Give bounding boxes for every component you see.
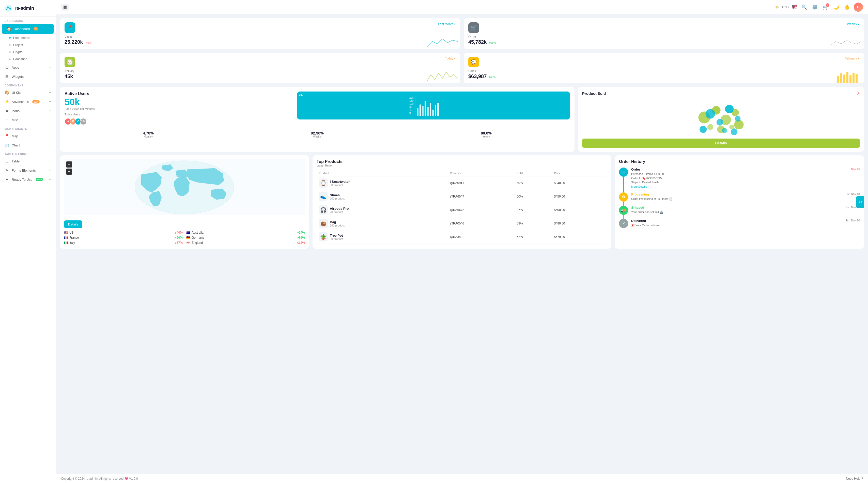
expand-icon[interactable]: + xyxy=(49,134,51,138)
col-voucher: Voucher xyxy=(448,170,515,176)
product-name: Airpods Pro xyxy=(330,207,349,210)
price-cell: $579.00 xyxy=(552,230,607,244)
sales-period[interactable]: February ▾ xyxy=(845,57,859,60)
map-icon: 📍 xyxy=(5,134,9,138)
sold-cell: 52% xyxy=(515,230,552,244)
product-sold-arrow[interactable]: ↗ xyxy=(857,91,860,96)
user-avatar[interactable]: U xyxy=(854,3,863,12)
weather-temp: 26 °C xyxy=(780,5,789,9)
search-button[interactable]: 🔍 xyxy=(800,3,808,11)
sidebar-item-label: Forms Elements xyxy=(12,169,36,172)
map-zoom-in[interactable]: + xyxy=(66,161,72,168)
au-stat-yearly: 80.0% Yearly xyxy=(402,131,570,138)
product-sold-details-button[interactable]: Details xyxy=(582,139,860,148)
expand-icon[interactable]: + xyxy=(49,159,51,163)
sidebar-item-advance-ui[interactable]: ⚡ Advance UI 12+ + xyxy=(0,97,56,106)
section-label-dashboard: DASHBOARD xyxy=(0,17,56,23)
visits-period[interactable]: Last Month ▾ xyxy=(438,22,456,26)
sidebar-item-ready-to-use[interactable]: ✦ Ready To Use New + xyxy=(0,175,56,184)
oh-processing-date: Est. Nov 18 xyxy=(845,192,860,195)
expand-icon[interactable]: + xyxy=(49,90,51,95)
visits-value: 25,220k xyxy=(65,39,83,45)
order-period[interactable]: Weekly ▾ xyxy=(847,22,859,26)
sidebar-item-chart[interactable]: 📊 Chart + xyxy=(0,141,56,150)
cart-button[interactable]: 🛒 4 xyxy=(822,3,829,11)
table-row: ⌚ I Smartwatch 50 product @RA0911 60% $3… xyxy=(317,176,607,190)
users-bar-chart: 200 200 160 120 80 40 0 xyxy=(297,92,570,119)
oh-processing-content: Processing Est. Nov 18 Order Processing … xyxy=(631,192,860,202)
voucher-cell: @RA340 xyxy=(448,230,515,244)
dot-icon xyxy=(9,58,11,60)
expand-icon[interactable]: + xyxy=(49,99,51,104)
map-details-button[interactable]: Details xyxy=(64,220,82,228)
active-users-card: Active Users 50k Page Views per Minutes … xyxy=(60,87,575,152)
sold-cell: 50% xyxy=(515,190,552,203)
sidebar-item-dashboard[interactable]: 🏠 Dashboard 4 − xyxy=(2,24,54,34)
svg-text:80: 80 xyxy=(409,105,412,108)
flag-us: 🇺🇸 xyxy=(64,231,68,234)
product-img-bag: 👜 xyxy=(319,219,328,228)
sidebar-item-ecommerce[interactable]: Ecommerce xyxy=(0,34,56,41)
svg-rect-15 xyxy=(417,108,418,116)
order-value: 45,782k xyxy=(468,39,487,45)
flag-fr: 🇫🇷 xyxy=(64,236,68,239)
oh-shipped-content: Shipped Est. Nov 18 Your order has set s… xyxy=(631,206,860,215)
footer-help[interactable]: Need Help ? xyxy=(846,477,863,480)
moon-button[interactable]: 🌙 xyxy=(832,3,840,11)
products-table: Product Voucher Sold Price ⌚ xyxy=(317,170,607,244)
map-card: + − xyxy=(60,155,309,249)
product-name: Shoes xyxy=(330,193,345,197)
svg-rect-5 xyxy=(849,75,851,83)
svg-point-33 xyxy=(717,119,723,126)
oh-shipped-icon: 🚚 xyxy=(619,206,628,215)
grid-button[interactable] xyxy=(61,4,69,11)
sidebar-item-widgets[interactable]: ⊞ Widgets xyxy=(0,72,56,81)
expand-icon[interactable]: + xyxy=(49,109,51,113)
sidebar-item-map[interactable]: 📍 Map + xyxy=(0,131,56,141)
sales-title: Sales xyxy=(468,69,859,73)
collapse-icon[interactable]: − xyxy=(46,26,49,32)
expand-icon[interactable]: + xyxy=(49,168,51,173)
order-card: 🛒 Weekly ▾ Order 45,782k +65% xyxy=(464,18,864,49)
sidebar-item-misc[interactable]: ⊙ Misc xyxy=(0,115,56,125)
map-zoom-out[interactable]: − xyxy=(66,169,72,175)
settings-button[interactable]: ⚙️ xyxy=(811,3,819,11)
sidebar-sub-label: Project xyxy=(13,43,23,47)
expand-icon[interactable]: + xyxy=(49,177,51,182)
sidebar-item-crypto[interactable]: Crypto xyxy=(0,49,56,56)
oh-order-link[interactable]: More Details → xyxy=(631,185,650,188)
order-change: +65% xyxy=(489,41,496,44)
flag-en: 🏴󠁧󠁢󠁥󠁮󠁧󠁿 xyxy=(186,241,190,245)
country-italy: 🇮🇹 Italy ↘57% xyxy=(64,241,183,245)
sales-value: $63,987 xyxy=(468,73,487,79)
expand-icon[interactable]: + xyxy=(49,65,51,70)
country-england: 🏴󠁧󠁢󠁥󠁮󠁧󠁿 England ↘12% xyxy=(186,241,305,245)
sidebar-item-icons[interactable]: ★ Icons + xyxy=(0,106,56,115)
oh-item-delivered: ✓ Delivered Est. Nov 20 🎉 Your Order del… xyxy=(619,219,860,228)
sidebar-item-project[interactable]: Project xyxy=(0,41,56,49)
sidebar-item-ui-kits[interactable]: 🎨 UI Kits + xyxy=(0,88,56,97)
sidebar-item-apps[interactable]: ⬡ Apps + xyxy=(0,63,56,72)
sidebar-item-forms[interactable]: ✎ Forms Elements + xyxy=(0,166,56,175)
sidebar-item-education[interactable]: Education xyxy=(0,56,56,63)
svg-text:0: 0 xyxy=(409,112,411,114)
product-name: Bag xyxy=(330,220,345,224)
product-cell: 👟 Shoes 200 product xyxy=(317,190,448,203)
price-cell: $480.00 xyxy=(552,217,607,230)
visits-change: -45% xyxy=(85,41,91,44)
visits-sparkline xyxy=(427,36,458,49)
logo-icon xyxy=(5,4,13,12)
country-name-au: Australia xyxy=(192,231,204,234)
price-cell: $340.00 xyxy=(552,176,607,190)
oh-delivered-name: Delivered xyxy=(631,219,646,223)
sidebar-item-table[interactable]: ☰ Table + xyxy=(0,157,56,166)
sidebar-sub-label: Ecommerce xyxy=(13,36,30,40)
map-controls: + − xyxy=(66,161,72,175)
activity-period[interactable]: Today ▾ xyxy=(445,57,456,60)
expand-icon[interactable]: + xyxy=(49,143,51,147)
country-name-fr: France xyxy=(69,236,79,239)
svg-point-38 xyxy=(731,128,737,135)
yearly-value: 80.0% xyxy=(402,131,570,135)
activity-value: 45k xyxy=(65,73,73,79)
notifications-button[interactable]: 🔔 xyxy=(843,3,851,11)
